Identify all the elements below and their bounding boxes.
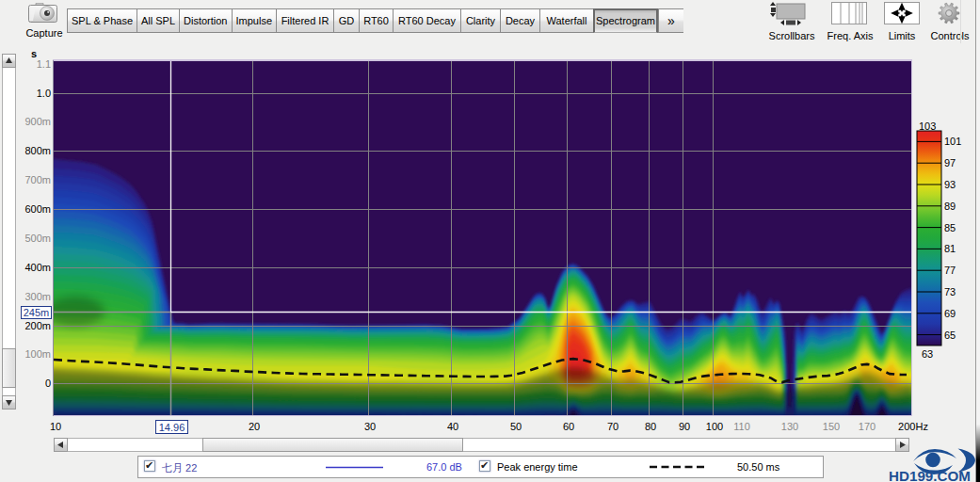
svg-text:HD199.COM: HD199.COM xyxy=(889,468,971,482)
